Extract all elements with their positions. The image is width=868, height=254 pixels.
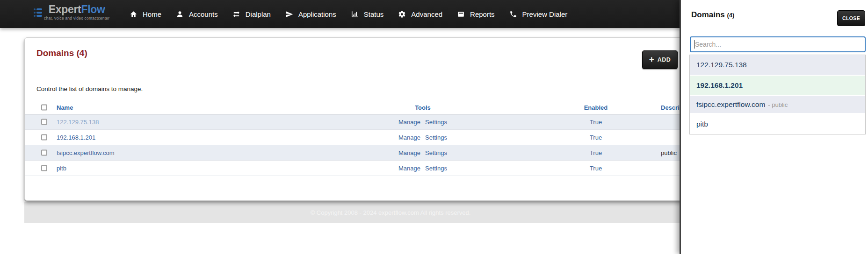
settings-link[interactable]: Settings: [425, 149, 447, 156]
nav-item-status[interactable]: Status: [351, 10, 384, 18]
domain-list-item[interactable]: 122.129.75.138: [690, 55, 865, 76]
select-all-checkbox[interactable]: [41, 104, 47, 110]
home-icon: [130, 10, 137, 18]
nav-item-preview-dialer[interactable]: Preview Dialer: [509, 10, 568, 18]
nav-item-reports[interactable]: Reports: [457, 10, 495, 18]
column-header-tools: Tools: [376, 104, 470, 111]
domain-list-item[interactable]: fsipcc.expertflow.com - public: [690, 96, 865, 114]
nav-item-label: Advanced: [411, 10, 442, 18]
row-checkbox[interactable]: [41, 150, 47, 156]
domain-list-label: pitb: [696, 120, 708, 128]
nav-item-advanced[interactable]: Advanced: [398, 10, 442, 18]
brand-tagline: chat, voice and video contactcenter: [44, 16, 109, 21]
brand-name: ExpertFlow: [49, 3, 105, 16]
bar-chart-icon: [351, 10, 359, 18]
domain-name-link[interactable]: pitb: [57, 165, 66, 172]
domain-list-label: fsipcc.expertflow.com: [696, 100, 765, 109]
description-value: public: [661, 149, 677, 156]
enabled-value[interactable]: True: [549, 149, 643, 156]
nav-item-label: Applications: [298, 10, 336, 18]
column-header-enabled[interactable]: Enabled: [549, 104, 643, 111]
copyright-text: © Copyright 2008 - 2024 expertflow.com A…: [311, 209, 471, 216]
person-icon: [176, 10, 184, 18]
nav-item-accounts[interactable]: Accounts: [176, 10, 218, 18]
manage-link[interactable]: Manage: [398, 134, 420, 141]
domain-list-label: 192.168.1.201: [696, 81, 743, 90]
domains-side-panel: Domains (4) CLOSE 122.129.75.138 192.168…: [680, 0, 868, 254]
footer: © Copyright 2008 - 2024 expertflow.com A…: [24, 202, 757, 223]
row-checkbox[interactable]: [41, 134, 47, 141]
brand-logo[interactable]: ExpertFlow chat, voice and video contact…: [34, 3, 109, 21]
paper-plane-icon: [285, 10, 293, 18]
domain-search-box: [690, 36, 866, 52]
add-domain-button[interactable]: + ADD: [642, 50, 678, 69]
domain-list-item[interactable]: pitb: [690, 114, 865, 134]
column-header-name[interactable]: Name: [57, 104, 73, 111]
page-title: Domains (4): [36, 48, 87, 58]
domain-list-label: 122.129.75.138: [696, 61, 747, 69]
manage-link[interactable]: Manage: [398, 119, 420, 126]
nav-item-home[interactable]: Home: [130, 10, 161, 18]
settings-link[interactable]: Settings: [425, 134, 447, 141]
nav-item-label: Preview Dialer: [522, 10, 568, 18]
domain-list: 122.129.75.138 192.168.1.201 fsipcc.expe…: [689, 55, 866, 134]
phone-icon: [509, 10, 517, 18]
nav-item-label: Home: [143, 10, 161, 18]
nav-item-label: Accounts: [189, 10, 218, 18]
nav-item-label: Status: [364, 10, 384, 18]
page-description: Control the list of domains to manage.: [36, 85, 143, 92]
manage-link[interactable]: Manage: [398, 149, 420, 156]
domain-list-item-selected[interactable]: 192.168.1.201: [690, 76, 865, 96]
search-input[interactable]: [691, 37, 865, 51]
nav-menu: Home Accounts Dialplan Applications Stat…: [130, 0, 567, 28]
enabled-value[interactable]: True: [549, 134, 643, 141]
enabled-value[interactable]: True: [549, 165, 643, 172]
manage-link[interactable]: Manage: [398, 165, 420, 172]
domain-name-link[interactable]: 192.168.1.201: [57, 134, 95, 141]
nav-item-dialplan[interactable]: Dialplan: [232, 10, 271, 18]
drive-icon: [457, 10, 465, 18]
domain-name-link[interactable]: 122.129.75.138: [57, 119, 99, 126]
nav-item-applications[interactable]: Applications: [285, 10, 336, 18]
close-button[interactable]: CLOSE: [837, 10, 865, 26]
domain-name-link[interactable]: fsipcc.expertflow.com: [57, 149, 115, 156]
domain-list-suffix: - public: [768, 101, 788, 108]
row-checkbox[interactable]: [41, 119, 47, 125]
plus-icon: +: [649, 54, 654, 64]
nav-item-label: Dialplan: [246, 10, 271, 18]
panel-count: (4): [727, 12, 735, 19]
text-caret: [694, 40, 695, 49]
gear-icon: [398, 10, 406, 18]
settings-link[interactable]: Settings: [425, 165, 447, 172]
panel-title: Domains (4): [691, 10, 734, 20]
row-checkbox[interactable]: [41, 165, 47, 171]
enabled-value[interactable]: True: [549, 119, 643, 126]
brand-logo-icon: [34, 8, 42, 21]
settings-link[interactable]: Settings: [425, 119, 447, 126]
nav-item-label: Reports: [470, 10, 495, 18]
swap-arrows-icon: [232, 10, 240, 18]
